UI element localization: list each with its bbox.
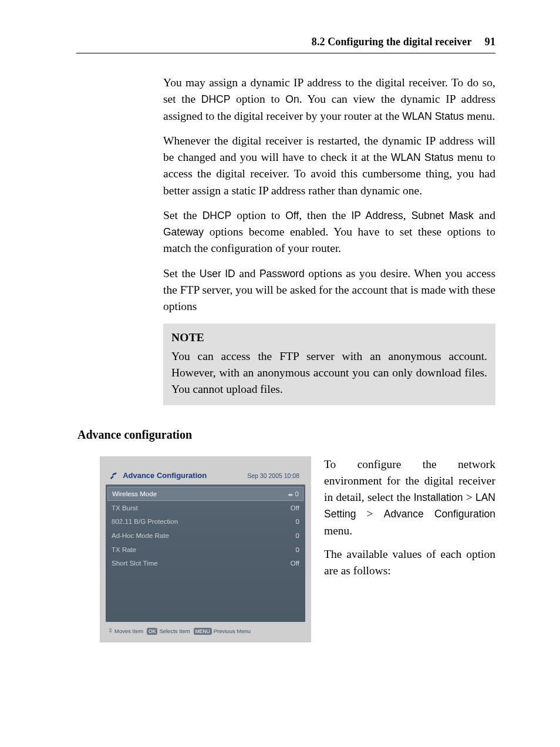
term-gateway: Gateway — [163, 226, 204, 238]
list-item-value: 0 — [296, 545, 299, 555]
list-item-value: ◂▸0 — [286, 489, 299, 499]
text: menu. — [464, 110, 495, 122]
running-header: 8.2 Configuring the digital receiver 91 — [76, 34, 495, 49]
list-item[interactable]: TX Rate 0 — [106, 543, 305, 557]
list-item-label: TX Rate — [112, 545, 136, 555]
list-item-value: Off — [291, 558, 299, 568]
left-right-arrow-icon: ◂▸ — [286, 491, 295, 499]
section-title: 8.2 Configuring the digital receiver — [312, 36, 471, 48]
list-item-value: 0 — [296, 517, 299, 527]
page: 8.2 Configuring the digital receiver 91 … — [0, 0, 560, 725]
list-item-label: Ad-Hoc Mode Rate — [112, 531, 169, 541]
hint-previous: MENU Previous Menu — [194, 627, 251, 635]
right-column: To configure the network environment for… — [324, 456, 495, 587]
tool-icon — [109, 471, 117, 479]
list-item[interactable]: Short Slot Time Off — [106, 557, 305, 571]
text: Set the — [163, 209, 203, 221]
text: options become enabled. You have to set … — [163, 226, 495, 254]
paragraph-1: You may assign a dynamic IP address to t… — [163, 75, 495, 124]
text: , then the — [299, 209, 351, 221]
page-number: 91 — [474, 36, 495, 48]
list-item-label: TX Burst — [112, 503, 138, 513]
text: and — [474, 209, 495, 221]
term-ip-address: IP Address — [351, 210, 403, 221]
list-item[interactable]: Ad-Hoc Mode Rate 0 — [106, 529, 305, 543]
hint-text: Moves Item — [114, 627, 143, 635]
term-dhcp: DHCP — [203, 210, 232, 221]
term-wlan-status: WLAN Status — [402, 110, 464, 122]
value-text: 0 — [295, 490, 299, 497]
text: option to — [230, 93, 285, 105]
screenshot-title-wrap: Advance Configuration — [109, 470, 207, 482]
text: menu. — [324, 524, 352, 537]
list-item-value: 0 — [296, 531, 299, 541]
hint-selects: OK Selects Item — [147, 627, 190, 635]
screenshot-title-row: Advance Configuration Sep 30 2005 10:08 — [106, 462, 305, 485]
list-item[interactable]: Wireless Mode ◂▸0 — [107, 487, 303, 501]
list-item-label: Short Slot Time — [112, 558, 158, 568]
text: Set the — [163, 267, 200, 280]
term-user-id: User ID — [200, 268, 235, 280]
note-body: You can access the FTP server with an an… — [171, 348, 487, 398]
paragraph-4: Set the User ID and Password options as … — [163, 265, 495, 315]
text: > — [356, 507, 383, 520]
subhead-advance-configuration: Advance configuration — [77, 426, 495, 443]
term-on: On — [285, 93, 299, 105]
paragraph-2: Whenever the digital receiver is restart… — [163, 133, 495, 199]
embedded-screenshot: Advance Configuration Sep 30 2005 10:08 … — [100, 456, 311, 642]
hint-moves: ⇕ Moves Item — [108, 627, 143, 635]
ok-chip: OK — [147, 628, 157, 635]
text: > — [463, 491, 475, 503]
list-item-label: 802.11 B/G Protection — [112, 517, 178, 527]
screenshot-title: Advance Configuration — [123, 471, 207, 480]
term-password: Password — [259, 268, 305, 280]
body-column: You may assign a dynamic IP address to t… — [163, 75, 495, 405]
term-dhcp: DHCP — [201, 93, 231, 105]
list-item-label: Wireless Mode — [112, 489, 157, 499]
hint-text: Previous Menu — [214, 627, 251, 635]
screenshot-list: Wireless Mode ◂▸0 TX Burst Off 802.11 B/… — [106, 484, 305, 622]
menu-chip: MENU — [194, 628, 212, 635]
term-subnet-mask: Subnet Mask — [411, 210, 474, 221]
note-title: NOTE — [171, 329, 487, 346]
term-wlan-status: WLAN Status — [391, 152, 454, 163]
hint-text: Selects Item — [159, 627, 190, 635]
term-advance-configuration: Advance Configuration — [384, 508, 495, 520]
right-paragraph-2: The available values of each option are … — [324, 546, 495, 580]
text: and — [235, 267, 259, 280]
two-column: Advance Configuration Sep 30 2005 10:08 … — [100, 456, 495, 642]
header-rule — [76, 53, 495, 53]
text: option to — [231, 209, 285, 221]
list-item[interactable]: 802.11 B/G Protection 0 — [106, 515, 305, 529]
screenshot-hints: ⇕ Moves Item OK Selects Item MENU Previo… — [106, 622, 305, 638]
term-off: Off — [285, 210, 299, 221]
list-item-value: Off — [291, 503, 299, 513]
updown-icon: ⇕ — [108, 627, 113, 635]
list-item[interactable]: TX Burst Off — [106, 501, 305, 515]
term-installation: Installation — [414, 492, 463, 503]
paragraph-3: Set the DHCP option to Off, then the IP … — [163, 207, 495, 257]
screenshot-date: Sep 30 2005 10:08 — [247, 472, 299, 480]
note-box: NOTE You can access the FTP server with … — [163, 324, 495, 405]
text: , — [403, 209, 411, 221]
right-paragraph-1: To configure the network environment for… — [324, 456, 495, 539]
